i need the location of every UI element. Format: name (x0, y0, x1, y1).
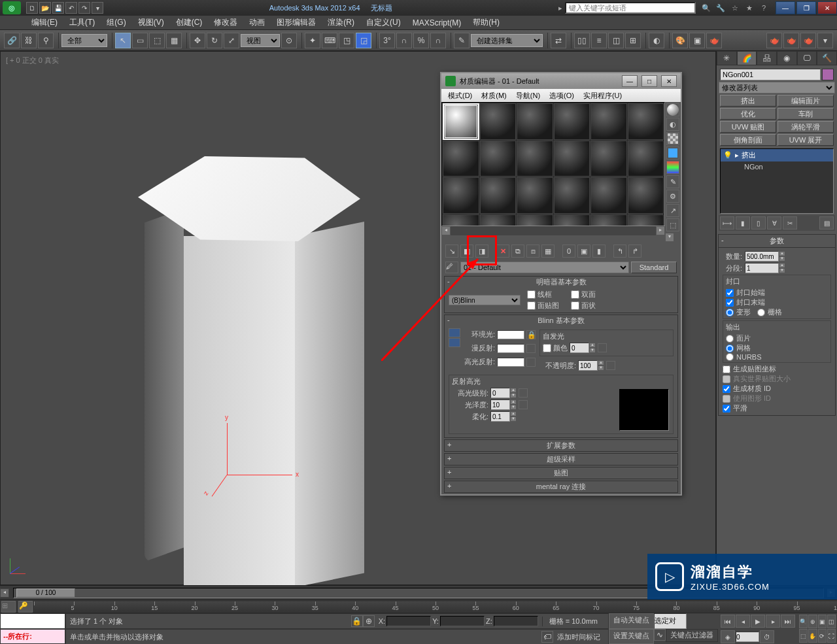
gen-matid-checkbox[interactable]: 生成材质 ID (723, 384, 831, 394)
zoom-icon[interactable]: 🔍 (799, 615, 808, 628)
gloss-map-button[interactable] (519, 400, 528, 409)
facemap-checkbox[interactable]: 面贴图 (527, 301, 559, 311)
align-icon[interactable]: ▯▯ (574, 33, 590, 48)
sample-slot[interactable] (443, 214, 479, 227)
app-logo[interactable]: ◎ (3, 1, 21, 14)
render-last-icon[interactable]: ▾ (817, 33, 833, 48)
schematic-icon[interactable]: ⊞ (625, 33, 641, 48)
pan-icon[interactable]: ✋ (808, 629, 817, 643)
snap-toggle-icon[interactable]: ∩ (430, 33, 446, 48)
modifier-stack[interactable]: 💡▸挤出 NGon (720, 148, 834, 214)
go-parent-icon[interactable]: ↰ (613, 245, 626, 258)
unique-icon[interactable]: ▯ (751, 216, 766, 229)
link-icon[interactable]: 🔗 (4, 33, 20, 48)
selfillum-map-button[interactable] (598, 343, 607, 352)
snap-angle-icon[interactable]: 3° (379, 33, 395, 48)
auto-key-button[interactable]: 自动关键点 (609, 613, 654, 629)
menu-create[interactable]: 创建(C) (171, 16, 208, 29)
snap2d-icon[interactable]: ◳ (339, 33, 354, 48)
patch-radio[interactable]: 面片 (726, 333, 828, 343)
sample-slot[interactable] (443, 141, 479, 177)
key-filter-input[interactable] (654, 613, 687, 629)
play-icon[interactable]: ▶ (751, 615, 765, 628)
go-forward-icon[interactable]: ↱ (628, 245, 641, 258)
sample-slot[interactable] (628, 103, 664, 140)
material-editor-icon[interactable]: ◐ (649, 33, 664, 48)
lock-selection-icon[interactable]: 🔒 (351, 615, 363, 627)
coord-y[interactable] (440, 616, 485, 626)
select-window-icon[interactable]: ▦ (166, 33, 182, 48)
mod-btn-editface[interactable]: 编辑面片 (777, 95, 834, 107)
menu-modifiers[interactable]: 修改器 (209, 16, 243, 29)
close-button[interactable]: ✕ (817, 1, 837, 14)
sample-slot[interactable] (590, 103, 627, 140)
zoom-extents-icon[interactable]: ▣ (818, 615, 827, 628)
menu-tools[interactable]: 工具(T) (64, 16, 100, 29)
script-listener[interactable] (0, 613, 65, 629)
sample-slot[interactable] (517, 214, 553, 227)
qat-new-icon[interactable]: 🗋 (26, 2, 38, 14)
render-icon[interactable]: 🫖 (706, 33, 722, 48)
material-editor-titlebar[interactable]: 材质编辑器 - 01 - Default — □ ✕ (441, 73, 681, 89)
sample-slot[interactable] (480, 214, 517, 227)
sample-slot[interactable] (443, 103, 479, 140)
search-input[interactable] (565, 2, 696, 14)
show-end-result-icon[interactable]: ▮ (592, 245, 606, 258)
scale-icon[interactable]: ⤢ (224, 33, 239, 48)
rollout-params-header[interactable]: 参数 (719, 235, 835, 248)
ambient-swatch[interactable] (497, 330, 524, 339)
time-tag-icon[interactable]: 🏷 (541, 631, 553, 643)
grid-radio[interactable]: 栅格 (757, 307, 782, 317)
cap-start-checkbox[interactable]: 封口始端 (726, 288, 828, 297)
gloss-spinner[interactable]: ▲▼ (490, 399, 517, 410)
mirror-icon[interactable]: ⇄ (551, 33, 566, 48)
sample-slot[interactable] (628, 177, 664, 214)
menu-graph[interactable]: 图形编辑器 (271, 16, 321, 29)
menu-maxscript[interactable]: MAXScript(M) (407, 17, 467, 29)
coord-z[interactable] (494, 616, 538, 626)
mat-maximize-button[interactable]: □ (641, 75, 657, 87)
tab-motion-icon[interactable]: ◉ (777, 51, 797, 65)
mat-close-button[interactable]: ✕ (661, 75, 677, 87)
rollout-blinn-basic[interactable]: Blinn 基本参数 (445, 315, 677, 326)
make-copy-icon[interactable]: ⧉ (511, 245, 524, 258)
selfillum-spinner[interactable]: ▲▼ (570, 343, 596, 353)
configure-icon[interactable]: ✂ (783, 216, 797, 229)
rollout-extended[interactable]: 扩展参数 (445, 440, 677, 451)
rollout-maps[interactable]: 贴图 (445, 467, 677, 479)
set-key-button[interactable]: 设置关键点 (609, 629, 654, 645)
sample-slot[interactable] (590, 177, 627, 214)
stack-item-ngon[interactable]: NGon (721, 161, 833, 172)
tab-utilities-icon[interactable]: 🔨 (817, 51, 837, 65)
selection-filter[interactable]: 全部 (61, 34, 107, 47)
mat-minimize-button[interactable]: — (622, 75, 638, 87)
opacity-map-button[interactable] (606, 361, 615, 370)
select-name-icon[interactable]: ▭ (132, 33, 148, 48)
menu-animation[interactable]: 动画 (244, 16, 270, 29)
key-mode-toggle-icon[interactable]: ◈ (721, 630, 735, 643)
sample-uv-icon[interactable] (666, 146, 679, 160)
goto-end-icon[interactable]: ⏭ (781, 615, 795, 628)
tab-modify-icon[interactable]: 🌈 (737, 51, 757, 65)
bind-icon[interactable]: ⚲ (38, 33, 54, 48)
current-frame-field[interactable] (736, 632, 759, 642)
sample-slot[interactable] (443, 177, 479, 214)
render-setup-icon[interactable]: 🎨 (672, 33, 688, 48)
abs-transform-icon[interactable]: ⊕ (363, 615, 375, 627)
object-name-field[interactable] (720, 69, 821, 80)
put-to-lib-icon[interactable]: ▦ (541, 245, 555, 258)
rollout-mentalray[interactable]: mental ray 连接 (445, 481, 677, 492)
manip-icon[interactable]: ✦ (305, 33, 320, 48)
lock-diffuse-specular-icon[interactable] (449, 338, 460, 347)
rollout-supersample[interactable]: 超级采样 (445, 454, 677, 465)
stack-item-extrude[interactable]: 💡▸挤出 (721, 149, 833, 161)
render-prod-icon[interactable]: 🫖 (766, 33, 782, 48)
mat-menu-material[interactable]: 材质(M) (477, 90, 511, 101)
diffuse-swatch[interactable] (497, 344, 524, 353)
viewport-label[interactable]: [ + 0 正交 0 真实 (6, 56, 59, 65)
qat-save-icon[interactable]: 💾 (52, 2, 64, 14)
named-set-edit-icon[interactable]: ✎ (454, 33, 470, 48)
specular-map-button[interactable] (526, 358, 536, 367)
next-frame-icon[interactable]: ▸ (766, 615, 780, 628)
mod-btn-uvwunwrap[interactable]: UVW 展开 (777, 134, 834, 146)
